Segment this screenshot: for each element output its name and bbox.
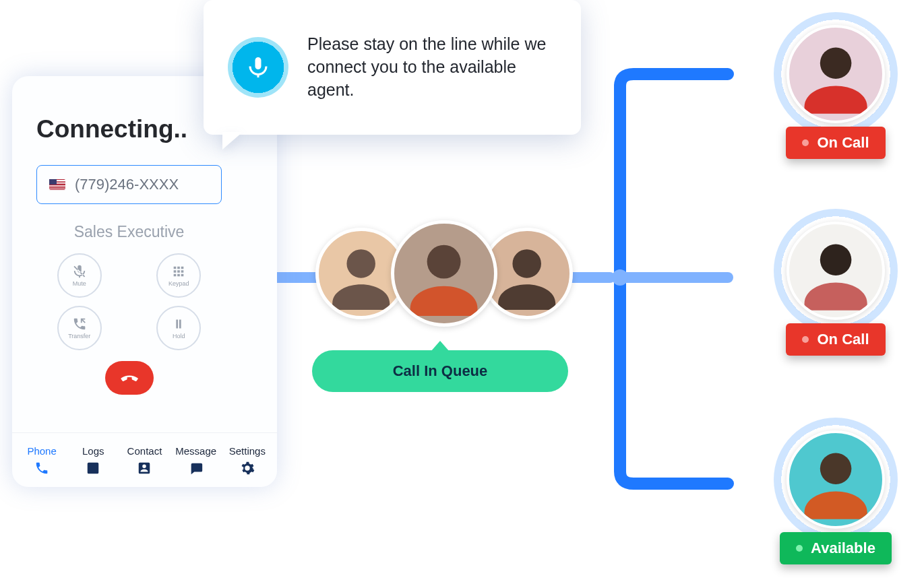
phone-icon [34, 461, 49, 476]
keypad-icon [171, 264, 186, 279]
transfer-icon [72, 317, 87, 331]
agent-3-status-label: Available [811, 540, 875, 557]
agent-2-status-label: On Call [817, 331, 869, 348]
gear-icon [240, 461, 255, 476]
ivr-message-bubble: Please stay on the line while we connect… [204, 0, 581, 135]
hold-icon [171, 317, 186, 331]
queue-pill: Call In Queue [312, 350, 568, 392]
transfer-label: Transfer [68, 333, 90, 339]
tab-logs-label: Logs [82, 445, 104, 457]
tab-phone[interactable]: Phone [18, 445, 65, 476]
agent-1-status-badge: On Call [786, 127, 885, 159]
agent-2-status-badge: On Call [786, 323, 885, 356]
phone-number-field[interactable]: (779)246-XXXX [36, 165, 222, 204]
hangup-icon [120, 368, 139, 387]
tab-settings[interactable]: Settings [224, 445, 271, 476]
status-dot-icon [802, 336, 809, 343]
hold-button[interactable]: Hold [156, 306, 201, 350]
queue-pill-label: Call In Queue [393, 362, 488, 380]
agent-1-status-label: On Call [817, 134, 869, 152]
keypad-label: Keypad [168, 280, 189, 287]
tab-contact[interactable]: Contact [121, 445, 168, 476]
contact-icon [137, 461, 152, 476]
mute-icon [72, 264, 87, 279]
agent-avatar-ring [774, 209, 898, 333]
tab-settings-label: Settings [229, 445, 266, 457]
us-flag-icon [49, 179, 65, 190]
microphone-badge [228, 37, 288, 98]
queue-avatars [315, 228, 573, 327]
agent-2-avatar [787, 222, 885, 320]
agent-avatar-ring [774, 418, 898, 542]
agent-3-status-badge: Available [780, 532, 892, 564]
agent-3-avatar [787, 430, 885, 529]
status-dot-icon [796, 545, 803, 552]
ivr-message-text: Please stay on the line while we connect… [307, 33, 557, 101]
hold-label: Hold [173, 333, 185, 339]
agent-3: Available [768, 418, 903, 564]
tab-logs[interactable]: Logs [69, 445, 117, 476]
bottom-tabs: Phone Logs Contact Message Settings [12, 432, 277, 487]
agent-1: On Call [768, 12, 903, 159]
message-icon [189, 461, 204, 476]
keypad-button[interactable]: Keypad [156, 253, 201, 298]
tab-message[interactable]: Message [173, 445, 220, 476]
caller-role-label: Sales Executive [36, 223, 222, 241]
phone-number-value: (779)246-XXXX [75, 176, 179, 193]
status-dot-icon [802, 139, 809, 146]
tab-message-label: Message [175, 445, 216, 457]
tab-contact-label: Contact [127, 445, 162, 457]
agent-2: On Call [768, 209, 903, 356]
call-controls: Mute Keypad Transfer Hold [36, 253, 222, 350]
mute-button[interactable]: Mute [57, 253, 102, 298]
svg-point-0 [612, 269, 628, 286]
transfer-button[interactable]: Transfer [57, 306, 102, 350]
logs-icon [86, 461, 100, 476]
agent-avatar-ring [774, 12, 898, 136]
hangup-button[interactable] [105, 361, 154, 395]
microphone-icon [246, 55, 270, 79]
mute-label: Mute [73, 280, 86, 287]
queue-caller-avatar-2 [391, 220, 497, 327]
agent-1-avatar [787, 25, 885, 123]
tab-phone-label: Phone [27, 445, 56, 457]
